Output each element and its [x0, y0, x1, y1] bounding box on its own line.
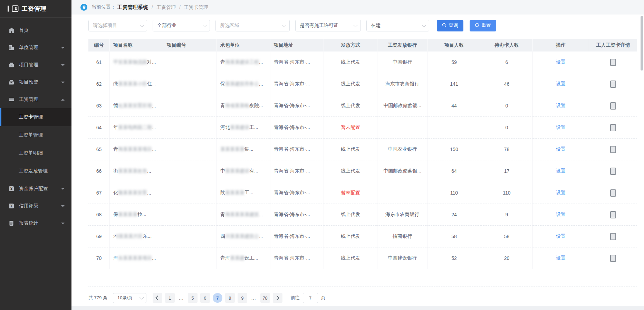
settings-link[interactable]: 设置	[556, 168, 566, 174]
cell-pay-method: 线上代发	[324, 204, 377, 226]
scrollbar[interactable]	[641, 16, 643, 71]
cell-card-detail	[589, 117, 637, 139]
cell-contractor: 保某某建筑劳务公...	[217, 73, 270, 95]
settings-link[interactable]: 设置	[556, 81, 566, 87]
page-size-select[interactable]: 10条/页	[113, 293, 146, 303]
contractor-blurred-text: 川某某某建筑公	[225, 233, 259, 239]
select-value: 请选择项目	[93, 22, 117, 29]
cell-people-count: 150	[427, 139, 481, 160]
page-button-8[interactable]: 8	[225, 293, 235, 303]
status-select[interactable]: 在建	[366, 20, 429, 31]
sidebar-item-credit-rating[interactable]: ¥信用评级	[0, 197, 71, 215]
cell-address: 青海省-海东市-...	[270, 51, 324, 73]
worker-card-detail-icon[interactable]	[610, 81, 616, 88]
page-ellipsis[interactable]: ...	[177, 293, 185, 303]
prev-page-button[interactable]	[153, 293, 162, 303]
sidebar-item-home[interactable]: 首页	[0, 22, 71, 39]
sidebar-item-project-warning[interactable]: 项目预警	[0, 74, 71, 91]
column-header-9: 待办卡人数	[481, 39, 533, 51]
cell-bank: 中国银行	[377, 51, 427, 73]
cell-bank	[377, 117, 427, 139]
project-name-visible-suffix: ...	[152, 255, 156, 261]
contractor-visible-suffix: ...	[259, 59, 263, 65]
page-button-5[interactable]: 5	[188, 293, 198, 303]
reset-button[interactable]: 重置	[470, 20, 496, 31]
cell-project-name: 绿某某某某小区住...	[110, 73, 163, 95]
settings-link[interactable]: 设置	[556, 59, 566, 65]
chevron-down-icon	[61, 47, 65, 49]
project-name-visible-prefix: 化	[113, 190, 118, 196]
cell-project-name: 青海某某某某项目...	[110, 139, 163, 160]
cell-pending-card-count: 17	[481, 160, 533, 182]
cell-project-name: 年某某电商园二期...	[110, 117, 163, 139]
settings-link[interactable]: 设置	[556, 103, 566, 109]
project-name-blurred-text: 某某电商园二期	[118, 124, 152, 131]
worker-card-detail-icon[interactable]	[610, 189, 616, 197]
cell-bank: 招商银行	[377, 226, 427, 247]
main-area: 当前位置： 工资管理系统/工资管理/工资卡管理 请选择项目全部行业所选区域是否有…	[71, 0, 644, 310]
cell-pay-method: 暂未配置	[324, 117, 377, 139]
cell-address: 青海省-海东市-...	[270, 73, 324, 95]
settings-link[interactable]: 设置	[556, 190, 566, 196]
sidebar-item-label: 报表统计	[19, 220, 61, 226]
page-button-7[interactable]: 7	[213, 293, 222, 303]
settings-link[interactable]: 设置	[556, 212, 566, 218]
cell-operation: 设置	[533, 139, 589, 160]
chevron-down-icon	[140, 295, 144, 300]
industry-select[interactable]: 全部行业	[153, 20, 210, 31]
sidebar-subitem-salary-sheet-management[interactable]: 工资单管理	[0, 126, 71, 144]
project-select[interactable]: 请选择项目	[88, 20, 147, 31]
archive-icon	[8, 62, 15, 68]
sidebar-item-fund-account-config[interactable]: ¥资金账户配置	[0, 180, 71, 197]
contractor-visible-suffix: 有...	[249, 168, 258, 174]
sidebar-item-unit-management[interactable]: 单位管理	[0, 39, 71, 56]
worker-card-detail-icon[interactable]	[610, 59, 616, 66]
sidebar-item-project-management[interactable]: 项目管理	[0, 56, 71, 74]
worker-card-detail-icon[interactable]	[610, 168, 616, 175]
page-ellipsis[interactable]: ...	[250, 293, 258, 303]
building-icon	[8, 45, 15, 51]
settings-link[interactable]: 设置	[556, 124, 566, 131]
report-icon	[8, 220, 15, 226]
contractor-visible-prefix: 陕	[220, 190, 225, 196]
worker-card-detail-icon[interactable]	[610, 255, 616, 262]
cell-people-count: 141	[427, 73, 481, 95]
page-button-9[interactable]: 9	[238, 293, 247, 303]
settings-link[interactable]: 设置	[556, 233, 566, 239]
goto-page: 前往页	[291, 293, 326, 303]
cell-operation: 设置	[533, 117, 589, 139]
cell-contractor: 某某某某某集...	[217, 139, 270, 160]
chevron-down-icon	[61, 188, 65, 190]
settings-link[interactable]: 设置	[556, 255, 566, 261]
worker-card-detail-icon[interactable]	[610, 146, 616, 153]
cell-card-detail	[589, 226, 637, 247]
goto-page-input[interactable]	[303, 293, 318, 303]
next-page-button[interactable]	[273, 293, 282, 303]
worker-card-detail-icon[interactable]	[610, 102, 616, 110]
breadcrumb-root[interactable]: 工资管理系统	[117, 4, 148, 10]
cell-id: 61	[88, 51, 110, 73]
query-button[interactable]: 查询	[437, 20, 463, 31]
sidebar-subitem-salary-payment-management[interactable]: 工资发放管理	[0, 162, 71, 180]
sidebar-item-report-statistics[interactable]: 报表统计	[0, 215, 71, 232]
breadcrumb-item[interactable]: 工资管理	[156, 4, 176, 10]
project-name-blurred-text: 平安某某物流园	[113, 59, 147, 65]
worker-card-detail-icon[interactable]	[610, 124, 616, 131]
worker-card-detail-icon[interactable]	[610, 233, 616, 240]
page-button-1[interactable]: 1	[165, 293, 175, 303]
select-value: 所选区域	[220, 22, 239, 29]
contractor-visible-suffix: 工...	[244, 190, 253, 196]
app-logo: 工资管理	[0, 0, 71, 18]
region-select[interactable]: 所选区域	[215, 20, 290, 31]
page-button-6[interactable]: 6	[200, 293, 210, 303]
permit-select[interactable]: 是否有施工许可证	[295, 20, 361, 31]
sidebar-subitem-salary-card-management[interactable]: 工资卡管理	[0, 108, 71, 126]
page-button-78[interactable]: 78	[260, 293, 270, 303]
chevron-up-icon	[61, 99, 65, 101]
archive-icon	[8, 79, 15, 85]
settings-link[interactable]: 设置	[556, 146, 566, 152]
breadcrumb-item[interactable]: 工资卡管理	[184, 4, 208, 10]
sidebar-item-salary-management[interactable]: 工资管理	[0, 91, 71, 108]
sidebar-subitem-salary-sheet-detail[interactable]: 工资单明细	[0, 144, 71, 162]
worker-card-detail-icon[interactable]	[610, 211, 616, 218]
